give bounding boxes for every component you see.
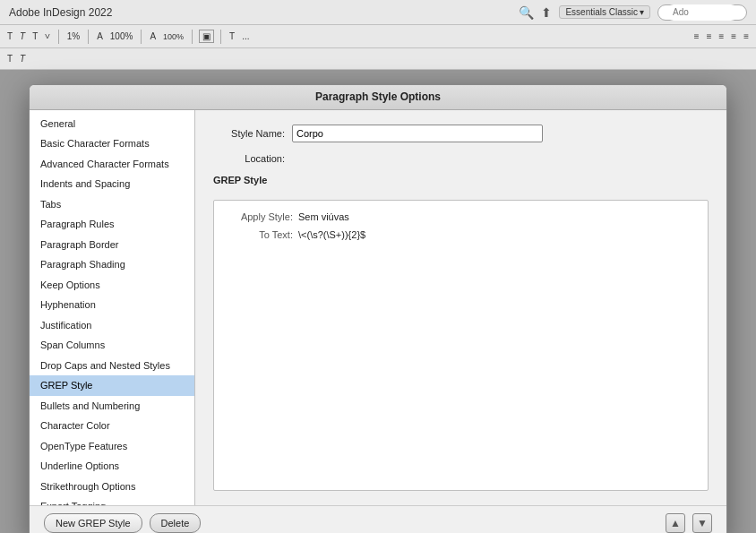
up-arrow-icon: ▲	[670, 517, 681, 529]
toolbar-align5[interactable]: ≡	[742, 31, 751, 41]
sidebar-item-basic-char[interactable]: Basic Character Formats	[30, 133, 194, 154]
move-down-button[interactable]: ▼	[692, 513, 712, 533]
toolbar-align1[interactable]: ≡	[692, 31, 701, 41]
location-label: Location:	[213, 153, 285, 164]
sidebar: GeneralBasic Character FormatsAdvanced C…	[30, 110, 195, 505]
search-icon[interactable]: 🔍	[519, 5, 534, 20]
dialog-title: Paragraph Style Options	[30, 85, 726, 110]
sidebar-item-tabs[interactable]: Tabs	[30, 194, 194, 215]
sidebar-item-export-tagging[interactable]: Export Tagging	[30, 496, 194, 505]
down-arrow-icon: ▼	[697, 517, 708, 529]
apply-style-row: Apply Style: Sem viúvas	[221, 208, 700, 226]
move-up-button[interactable]: ▲	[666, 513, 685, 533]
sep3	[141, 30, 142, 44]
main-area: Paragraph Style Options GeneralBasic Cha…	[0, 70, 756, 533]
sidebar-item-paragraph-shading[interactable]: Paragraph Shading	[30, 254, 194, 275]
dialog-footer: New GREP Style Delete ▲ ▼	[30, 505, 726, 534]
sidebar-item-justification[interactable]: Justification	[30, 315, 194, 336]
sidebar-item-underline[interactable]: Underline Options	[30, 456, 194, 477]
sidebar-item-character-color[interactable]: Character Color	[30, 416, 194, 436]
toolbar-align4[interactable]: ≡	[729, 31, 738, 41]
toolbar-aa: A	[148, 31, 158, 41]
search-input[interactable]	[666, 4, 739, 21]
grep-content-area: Apply Style: Sem viúvas To Text: \<(\s?(…	[213, 200, 709, 491]
toolbar-superscript: V	[43, 32, 51, 40]
toolbar2-T1: T	[5, 54, 14, 64]
grep-section-title: GREP Style	[213, 175, 709, 185]
sidebar-item-general[interactable]: General	[30, 114, 194, 134]
to-text-label: To Text:	[221, 229, 293, 240]
toolbar: T T T V 1% A 100% A 100% ▣ T ... ≡ ≡ ≡ ≡…	[0, 25, 756, 48]
style-name-row: Style Name:	[213, 125, 709, 142]
sidebar-item-strikethrough[interactable]: Strikethrough Options	[30, 477, 194, 497]
toolbar-num: 1%	[65, 31, 82, 41]
to-text-row: To Text: \<(\s?(\S+)){2}$	[221, 226, 700, 244]
toolbar-T1: T	[5, 31, 14, 41]
sep2	[88, 30, 89, 44]
sidebar-item-paragraph-border[interactable]: Paragraph Border	[30, 235, 194, 255]
dialog-content: Style Name: Location: GREP Style Apply S…	[195, 110, 726, 505]
toolbar-size: A	[95, 31, 105, 41]
chevron-down-icon: ▾	[640, 7, 644, 17]
sep5	[220, 30, 221, 44]
toolbar-T2: T	[18, 31, 27, 41]
sidebar-item-grep-style[interactable]: GREP Style	[30, 375, 194, 396]
toolbar-align2[interactable]: ≡	[705, 31, 714, 41]
sidebar-item-keep-options[interactable]: Keep Options	[30, 275, 194, 296]
dialog-body: GeneralBasic Character FormatsAdvanced C…	[30, 110, 726, 505]
style-name-input[interactable]	[292, 125, 543, 142]
toolbar-Ttype: T	[228, 31, 236, 41]
sep1	[58, 30, 59, 44]
toolbar2-T2: T	[18, 54, 27, 64]
title-bar: Adobe InDesign 2022 🔍 ⬆ Essentials Class…	[0, 0, 756, 25]
apply-style-label: Apply Style:	[221, 211, 293, 222]
sidebar-item-paragraph-rules[interactable]: Paragraph Rules	[30, 214, 194, 235]
toolbar-align3[interactable]: ≡	[717, 31, 726, 41]
style-name-label: Style Name:	[213, 128, 285, 139]
apply-style-value: Sem viúvas	[298, 211, 349, 222]
sidebar-item-bullets-numbering[interactable]: Bullets and Numbering	[30, 396, 194, 417]
delete-button[interactable]: Delete	[150, 513, 202, 533]
toolbar2: T T	[0, 48, 756, 70]
sidebar-item-drop-caps[interactable]: Drop Caps and Nested Styles	[30, 356, 194, 376]
sep4	[192, 30, 193, 44]
sidebar-item-span-columns[interactable]: Span Columns	[30, 335, 194, 356]
paragraph-style-dialog: Paragraph Style Options GeneralBasic Cha…	[29, 84, 727, 534]
sidebar-item-advanced-char[interactable]: Advanced Character Formats	[30, 154, 194, 175]
share-icon[interactable]: ⬆	[541, 5, 552, 20]
toolbar-bb: 100%	[161, 32, 185, 41]
toolbar-dots: ...	[240, 31, 251, 41]
location-row: Location:	[213, 153, 709, 164]
sidebar-item-indents-spacing[interactable]: Indents and Spacing	[30, 174, 194, 194]
sidebar-item-opentype[interactable]: OpenType Features	[30, 436, 194, 457]
to-text-value: \<(\s?(\S+)){2}$	[298, 229, 365, 240]
new-grep-style-button[interactable]: New GREP Style	[44, 513, 142, 533]
toolbar-size2: 100%	[108, 31, 135, 41]
app-title: Adobe InDesign 2022	[9, 6, 255, 19]
toolbar-T3: T	[30, 31, 39, 41]
essentials-dropdown[interactable]: Essentials Classic ▾	[559, 5, 650, 19]
sidebar-item-hyphenation[interactable]: Hyphenation	[30, 295, 194, 315]
toolbar-icon1[interactable]: ▣	[199, 30, 214, 43]
